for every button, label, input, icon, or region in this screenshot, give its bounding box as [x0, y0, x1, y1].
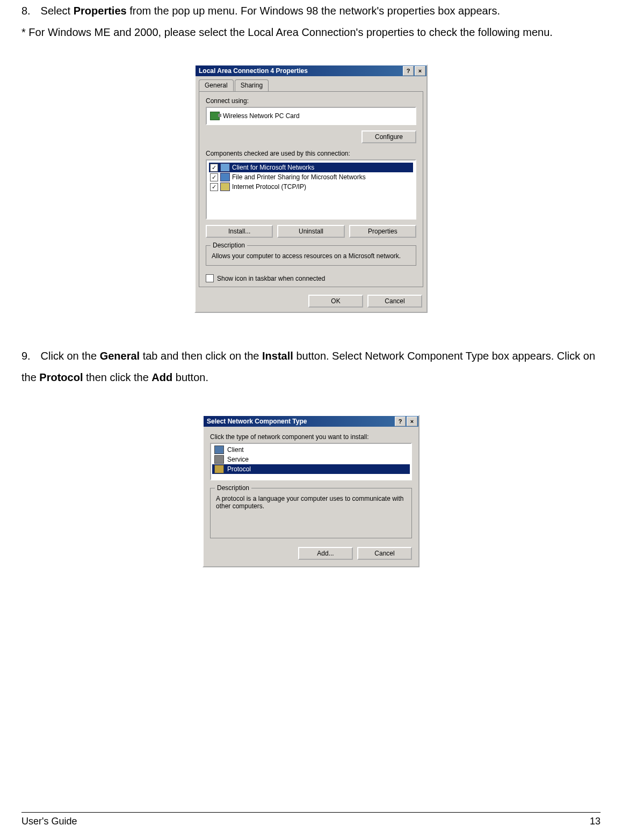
service-icon [214, 455, 224, 464]
dialog-title: Local Area Connection 4 Properties [197, 67, 402, 75]
component-item[interactable]: ✓ File and Printer Sharing for Microsoft… [209, 172, 413, 182]
checkbox-icon[interactable]: ✓ [210, 164, 218, 172]
adapter-box: Wireless Network PC Card [206, 107, 416, 125]
client-icon [214, 445, 224, 454]
step-9: 9. Click on the General tab and then cli… [21, 345, 601, 388]
footer-left: User's Guide [21, 816, 77, 827]
dialog-titlebar[interactable]: Local Area Connection 4 Properties ? × [196, 65, 426, 76]
type-item-protocol[interactable]: Protocol [212, 464, 410, 474]
help-button[interactable]: ? [403, 66, 414, 76]
description-legend: Description [211, 242, 247, 249]
prompt-label: Click the type of network component you … [210, 433, 412, 441]
protocol-icon [220, 182, 230, 191]
type-item-service[interactable]: Service [212, 455, 410, 464]
properties-dialog: Local Area Connection 4 Properties ? × G… [194, 64, 428, 313]
uninstall-button[interactable]: Uninstall [277, 225, 344, 238]
step-9-b1: General [100, 350, 140, 362]
type-label: Protocol [227, 465, 251, 473]
step-8-text-a: Select [41, 5, 74, 17]
components-label: Components checked are used by this conn… [206, 150, 416, 157]
type-label: Client [227, 446, 244, 454]
checkbox-icon[interactable]: ✓ [210, 183, 218, 191]
step-9-t1: Click on the [41, 350, 100, 362]
step-8-text-b: from the pop up menu. For Windows 98 the… [127, 5, 500, 17]
ok-button[interactable]: OK [308, 295, 363, 308]
component-type-list[interactable]: Client Service Protocol [210, 443, 412, 480]
close-button[interactable]: × [407, 417, 417, 426]
step-8-bold-a: Properties [74, 5, 127, 17]
step-9-t2: tab and then click on the [140, 350, 262, 362]
cancel-button[interactable]: Cancel [367, 295, 422, 308]
component-item[interactable]: ✓ Internet Protocol (TCP/IP) [209, 182, 413, 192]
step-9-number: 9. [21, 345, 38, 367]
dialog-titlebar[interactable]: Select Network Component Type ? × [204, 416, 418, 427]
cancel-button[interactable]: Cancel [357, 547, 412, 560]
footer-page-number: 13 [590, 816, 601, 827]
component-label: File and Printer Sharing for Microsoft N… [232, 173, 366, 181]
step-9-b2: Install [262, 350, 293, 362]
connect-using-label: Connect using: [206, 97, 416, 105]
show-icon-checkbox[interactable] [206, 274, 214, 282]
step-9-t5: button. [172, 371, 208, 383]
step-8-number: 8. [21, 0, 38, 21]
component-item[interactable]: ✓ Client for Microsoft Networks [209, 163, 413, 172]
protocol-icon [214, 465, 224, 473]
description-legend: Description [215, 484, 251, 492]
description-group: Description Allows your computer to acce… [206, 245, 416, 266]
page-footer: User's Guide 13 [21, 812, 601, 827]
properties-button[interactable]: Properties [349, 225, 416, 238]
type-item-client[interactable]: Client [212, 445, 410, 455]
description-group: Description A protocol is a language you… [210, 488, 412, 538]
component-label: Internet Protocol (TCP/IP) [232, 183, 306, 191]
nic-icon [210, 112, 220, 120]
step-9-t4: then click the [83, 371, 151, 383]
description-text: Allows your computer to access resources… [212, 252, 410, 260]
step-8-note: * For Windows ME and 2000, please select… [21, 21, 601, 43]
dialog-title: Select Network Component Type [205, 418, 394, 425]
step-8: 8. Select Properties from the pop up men… [21, 0, 601, 43]
configure-button[interactable]: Configure [361, 130, 416, 143]
checkbox-icon[interactable]: ✓ [210, 173, 218, 181]
client-icon [220, 163, 230, 172]
tab-sharing[interactable]: Sharing [235, 79, 269, 91]
adapter-name: Wireless Network PC Card [223, 112, 300, 120]
component-type-dialog: Select Network Component Type ? × Click … [202, 415, 420, 567]
show-icon-label: Show icon in taskbar when connected [217, 275, 325, 282]
install-button[interactable]: Install... [206, 225, 273, 238]
step-9-b3: Protocol [39, 371, 83, 383]
fileshare-icon [220, 173, 230, 181]
step-9-b4: Add [151, 371, 172, 383]
type-label: Service [227, 456, 249, 463]
close-button[interactable]: × [415, 66, 425, 76]
tab-general[interactable]: General [199, 79, 234, 91]
components-list[interactable]: ✓ Client for Microsoft Networks ✓ File a… [206, 159, 416, 220]
add-button[interactable]: Add... [298, 547, 353, 560]
description-text: A protocol is a language your computer u… [216, 495, 406, 510]
help-button[interactable]: ? [395, 417, 406, 426]
component-label: Client for Microsoft Networks [232, 164, 314, 171]
